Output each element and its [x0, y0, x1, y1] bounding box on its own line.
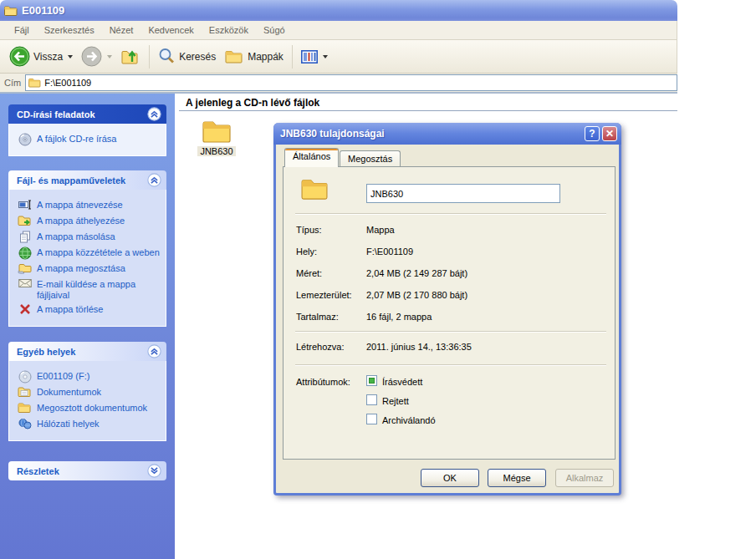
- menu-file[interactable]: Fájl: [7, 25, 37, 35]
- publish-web-icon: [18, 246, 32, 260]
- panel-details: Részletek: [8, 461, 166, 480]
- email-icon: [18, 278, 32, 288]
- forward-button[interactable]: [77, 43, 116, 69]
- up-button[interactable]: [116, 45, 145, 69]
- views-button[interactable]: [297, 48, 332, 66]
- sidebar-item-email-folder-files[interactable]: E-mail küldése a mappa fájljaival: [18, 278, 162, 301]
- dialog-title: JNB630 tulajdonságai: [280, 128, 582, 140]
- sidebar-item-share-folder[interactable]: A mappa megosztása: [18, 262, 162, 276]
- folder-item-label: JNB630: [197, 146, 235, 156]
- archive-checkbox[interactable]: [366, 414, 377, 424]
- folder-name-input[interactable]: [366, 184, 560, 203]
- copy-folder-icon: [18, 231, 32, 243]
- back-icon: [9, 46, 30, 67]
- forward-dropdown-icon[interactable]: [107, 55, 112, 58]
- hidden-checkbox-label: Rejtett: [382, 396, 409, 406]
- sidebar-item-label: A mappa áthelyezése: [37, 215, 125, 226]
- panel-cd-writing-tasks: CD-írási feladatok A fájlok CD-re írása: [8, 104, 166, 156]
- created-label: Létrehozva:: [296, 342, 344, 352]
- back-button[interactable]: Vissza: [5, 43, 77, 69]
- type-label: Típus:: [296, 225, 322, 235]
- sidebar-item-label: Dokumentumok: [37, 386, 101, 398]
- sidebar-item-my-documents[interactable]: Dokumentumok: [18, 386, 162, 399]
- search-icon: [158, 48, 176, 65]
- panel-header-cd-writing-tasks[interactable]: CD-írási feladatok: [8, 104, 166, 124]
- menu-view[interactable]: Nézet: [102, 25, 141, 35]
- size-on-disk-label: Lemezterület:: [296, 290, 352, 300]
- network-places-icon: [18, 418, 32, 429]
- address-label: Cím: [4, 78, 21, 88]
- tab-general[interactable]: Általános: [284, 148, 339, 167]
- sidebar-item-copy-folder[interactable]: A mappa másolása: [18, 231, 162, 244]
- chevron-up-icon[interactable]: [147, 107, 161, 121]
- sidebar-item-write-files-to-cd[interactable]: A fájlok CD-re írása: [18, 133, 162, 146]
- chevron-up-icon[interactable]: [147, 344, 161, 358]
- sidebar-item-shared-documents[interactable]: Megosztott dokumentumok: [18, 402, 162, 415]
- sidebar-item-network-places[interactable]: Hálózati helyek: [18, 418, 162, 431]
- folders-button[interactable]: Mappák: [220, 46, 288, 68]
- address-folder-icon: [28, 78, 41, 88]
- panel-file-folder-tasks: Fájl- és mappaműveletek A mappa átnevezé…: [8, 170, 166, 327]
- chevron-up-icon[interactable]: [147, 173, 161, 187]
- toolbar-separator: [149, 45, 150, 69]
- cd-files-section-header: A jelenleg a CD-n lévő fájlok: [186, 97, 319, 109]
- read-only-checkbox-label: Írásvédett: [382, 377, 422, 387]
- help-button[interactable]: ?: [585, 126, 600, 141]
- folders-label: Mappák: [248, 51, 284, 63]
- move-folder-icon: [18, 215, 32, 226]
- window-folder-icon: [4, 5, 18, 17]
- sidebar-item-publish-folder-web[interactable]: A mappa közzététele a weben: [18, 246, 162, 260]
- sidebar-item-label: E001109 (F:): [37, 370, 89, 382]
- search-button[interactable]: Keresés: [154, 45, 220, 68]
- address-value: F:\E001109: [44, 78, 91, 88]
- panel-body: E001109 (F:) Dokumentumok Megosztott dok…: [8, 361, 166, 441]
- cancel-button[interactable]: Mégse: [488, 469, 546, 487]
- folder-up-icon: [120, 48, 140, 66]
- separator: [295, 364, 606, 366]
- sidebar-item-delete-folder[interactable]: A mappa törlése: [18, 303, 162, 317]
- close-button[interactable]: ✕: [602, 126, 617, 141]
- shared-documents-icon: [18, 402, 32, 414]
- sidebar-item-label: Megosztott dokumentumok: [37, 402, 147, 414]
- size-label: Méret:: [296, 268, 322, 278]
- sidebar-item-cd-drive[interactable]: E001109 (F:): [18, 370, 162, 384]
- toolbar-separator: [292, 45, 293, 69]
- menu-help[interactable]: Súgó: [256, 25, 293, 35]
- tab-sharing[interactable]: Megosztás: [340, 150, 401, 167]
- ok-button[interactable]: OK: [421, 469, 479, 487]
- cd-burn-icon: [18, 133, 32, 146]
- read-only-checkbox[interactable]: [366, 375, 377, 386]
- panel-title: CD-írási feladatok: [17, 109, 95, 119]
- contains-label: Tartalmaz:: [296, 312, 339, 322]
- forward-icon: [81, 46, 102, 67]
- sidebar-item-label: A mappa megosztása: [37, 262, 125, 274]
- checkbox-mixed-state-fill: [369, 378, 375, 384]
- folder-item-jnb630[interactable]: JNB630: [192, 119, 241, 156]
- address-input[interactable]: F:\E001109: [25, 74, 677, 91]
- panel-header-file-folder-tasks[interactable]: Fájl- és mappaműveletek: [8, 170, 166, 190]
- menu-favorites[interactable]: Kedvencek: [140, 25, 201, 35]
- location-value: F:\E001109: [366, 246, 413, 257]
- size-value: 2,04 MB (2 149 287 bájt): [366, 268, 467, 278]
- size-on-disk-value: 2,07 MB (2 170 880 bájt): [366, 290, 467, 300]
- menu-edit[interactable]: Szerkesztés: [37, 25, 102, 35]
- chevron-down-icon[interactable]: [147, 464, 161, 478]
- sidebar-item-rename-folder[interactable]: A mappa átnevezése: [18, 199, 162, 212]
- hidden-checkbox[interactable]: [366, 394, 377, 405]
- sidebar-item-label: A mappa másolása: [37, 231, 115, 242]
- sidebar-item-move-folder[interactable]: A mappa áthelyezése: [18, 215, 162, 228]
- contains-value: 16 fájl, 2 mappa: [366, 312, 432, 322]
- panel-title: Részletek: [17, 466, 59, 476]
- back-dropdown-icon[interactable]: [68, 55, 73, 58]
- panel-title: Egyéb helyek: [17, 347, 75, 357]
- panel-header-other-places[interactable]: Egyéb helyek: [8, 342, 166, 361]
- section-divider: [179, 110, 677, 111]
- search-label: Keresés: [179, 51, 216, 63]
- separator: [295, 331, 606, 333]
- panel-header-details[interactable]: Részletek: [8, 461, 166, 480]
- apply-button[interactable]: Alkalmaz: [555, 469, 614, 487]
- back-label: Vissza: [33, 51, 63, 63]
- views-dropdown-icon[interactable]: [323, 55, 328, 58]
- menu-tools[interactable]: Eszközök: [202, 25, 256, 35]
- panel-title: Fájl- és mappaműveletek: [17, 175, 125, 185]
